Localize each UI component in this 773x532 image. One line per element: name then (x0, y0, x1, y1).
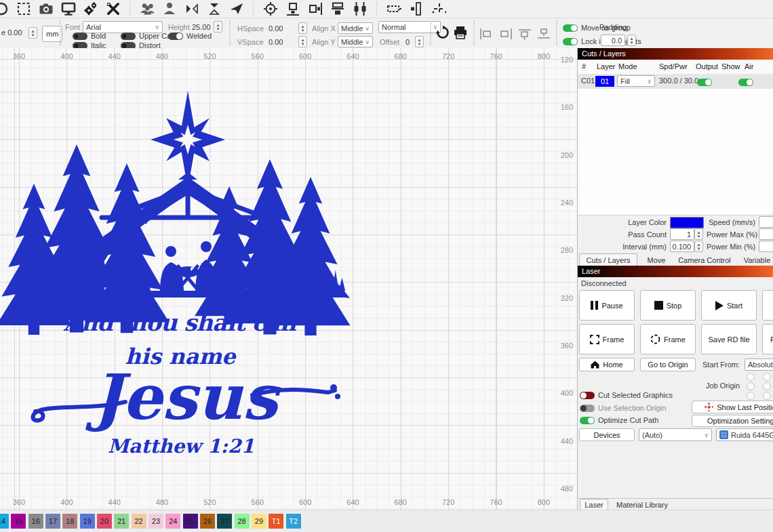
vspace-spinner[interactable]: ▴▾ (298, 36, 307, 47)
palette-swatch-23[interactable]: 23 (148, 514, 163, 529)
tab-camera-control[interactable]: Camera Control (674, 255, 735, 266)
layer-show-toggle[interactable] (738, 79, 753, 86)
pause-button[interactable]: Pause (579, 290, 635, 321)
interval-input[interactable]: 0.100 (670, 241, 694, 252)
snap-crosshair-icon[interactable] (431, 1, 446, 16)
go-to-origin-button[interactable]: Go to Origin (640, 358, 696, 371)
cuts-layers-titlebar[interactable]: Cuts / Layers (578, 48, 773, 60)
flip-horizontal-icon[interactable] (184, 1, 199, 16)
palette-swatch-20[interactable]: 20 (97, 514, 112, 529)
palette-swatch-24[interactable]: 24 (165, 514, 180, 529)
palette-swatch-16[interactable]: 16 (28, 514, 43, 529)
layer-mode-select[interactable]: Fill∨ (617, 75, 655, 87)
device-select[interactable]: Ruida 6445G (716, 428, 773, 441)
palette-swatch-15[interactable]: 15 (11, 514, 26, 529)
speed-input[interactable] (759, 216, 773, 228)
pass-count-spinner[interactable]: ▴▾ (694, 228, 703, 240)
laser-titlebar[interactable]: Laser (578, 266, 773, 277)
tab-cuts-layers[interactable]: Cuts / Layers (579, 253, 637, 266)
palette-swatch-T2[interactable]: T2 (286, 514, 301, 529)
layer-row[interactable]: C01 01 Fill∨ 300.0 / 30.0 (578, 74, 773, 89)
tools-icon[interactable] (106, 1, 121, 16)
size-spinner[interactable]: ▴▾ (28, 27, 37, 39)
nativity-design[interactable]: And thou shalt call his name Jesus Matth… (0, 48, 577, 510)
palette-swatch-17[interactable]: 17 (45, 514, 60, 529)
align-y-select[interactable]: Middle∨ (338, 36, 373, 47)
power-max-input[interactable] (759, 228, 773, 240)
welded-toggle[interactable]: Welded (168, 32, 212, 40)
arrange-stack-icon[interactable] (330, 1, 345, 16)
verse-line-1[interactable]: And thou shalt call (63, 309, 299, 336)
verse-line-4[interactable]: Matthew 1:21 (108, 435, 254, 457)
height-spinner[interactable]: ▴▾ (214, 21, 222, 33)
stop-button[interactable]: Stop (640, 290, 696, 321)
arrange-distribute-icon[interactable] (353, 1, 368, 16)
padding-input[interactable]: 0.0 (601, 35, 625, 46)
palette-swatch-29[interactable]: 29 (252, 514, 266, 529)
ungroup-icon[interactable] (162, 1, 177, 16)
power-min-input[interactable] (759, 241, 773, 252)
padding-spinner[interactable]: ▴▾ (627, 35, 636, 46)
optimization-settings-button[interactable]: Optimization Settings (692, 415, 773, 427)
camera-icon[interactable] (39, 1, 54, 16)
job-origin-radio[interactable] (747, 382, 755, 390)
job-origin-radio[interactable] (747, 373, 755, 381)
tab-laser[interactable]: Laser (580, 499, 608, 510)
use-selection-origin-toggle[interactable]: Use Selection Origin (580, 404, 666, 412)
settings-gears-icon[interactable] (83, 1, 98, 16)
bold-toggle[interactable]: Bold (73, 32, 106, 40)
palette-swatch-21[interactable]: 21 (114, 514, 129, 529)
send-button[interactable] (762, 290, 773, 321)
palette-swatch-14[interactable]: 14 (0, 514, 9, 529)
arrange-box-bottom-icon[interactable] (285, 1, 300, 16)
run-gcode-button[interactable]: Run GCode (762, 324, 773, 354)
send-arrange-icon[interactable] (229, 1, 244, 16)
flip-vertical-icon[interactable] (207, 1, 222, 16)
start-button[interactable]: Start (701, 290, 757, 321)
device-port-select[interactable]: (Auto)∨ (639, 428, 712, 441)
monitor-icon[interactable] (61, 1, 76, 16)
palette-swatch-22[interactable]: 22 (132, 514, 146, 529)
palette-swatch-18[interactable]: 18 (62, 514, 77, 529)
frame-rect-button[interactable]: Frame (579, 324, 635, 354)
palette-swatch-T1[interactable]: T1 (269, 514, 283, 529)
print-icon[interactable] (453, 25, 468, 40)
layer-list-empty[interactable] (578, 89, 773, 216)
show-last-position-button[interactable]: Show Last Position (692, 401, 773, 413)
style-select[interactable]: Normal∨ (378, 21, 441, 33)
save-rd-file-button[interactable]: Save RD file (701, 324, 757, 354)
job-origin-radio[interactable] (763, 373, 771, 381)
start-from-select[interactable]: Absolute (745, 359, 773, 371)
group-icon[interactable] (140, 1, 155, 16)
tab-material-library[interactable]: Material Library (611, 499, 673, 510)
pass-count-input[interactable]: 1 (670, 228, 694, 240)
selection-marquee-icon[interactable] (16, 1, 31, 16)
tab-move[interactable]: Move (641, 255, 671, 266)
position-target-icon[interactable] (263, 1, 278, 16)
cut-selected-graphics-toggle[interactable]: Cut Selected Graphics (580, 391, 673, 399)
tab-variable-text[interactable]: Variable Text (738, 255, 773, 266)
palette-swatch-27[interactable]: 27 (217, 514, 232, 529)
job-origin-radio[interactable] (763, 392, 771, 400)
ellipse-tool-icon[interactable] (0, 1, 9, 16)
offset-spinner[interactable]: ▴▾ (415, 36, 424, 47)
align-x-select[interactable]: Middle∨ (338, 22, 373, 34)
dock-strip-icon[interactable] (386, 1, 401, 16)
refresh-icon[interactable] (435, 25, 450, 40)
layer-color-swatch[interactable] (670, 217, 704, 228)
palette-swatch-25[interactable]: 25 (183, 514, 198, 529)
workspace-canvas[interactable]: 360400440480520560600640680720760800 360… (0, 48, 577, 510)
palette-swatch-19[interactable]: 19 (80, 514, 95, 529)
frame-round-button[interactable]: Frame (640, 324, 696, 354)
verse-line-3[interactable]: Jesus (85, 361, 282, 434)
arrange-box-right-icon[interactable] (308, 1, 323, 16)
palette-swatch-26[interactable]: 26 (200, 514, 215, 529)
devices-button[interactable]: Devices (579, 428, 635, 441)
job-origin-radio[interactable] (747, 392, 755, 400)
optimize-cut-path-toggle[interactable]: Optimize Cut Path (580, 416, 658, 424)
hspace-spinner[interactable]: ▴▾ (298, 22, 307, 34)
layer-output-toggle[interactable] (697, 79, 712, 86)
palette-swatch-28[interactable]: 28 (235, 514, 250, 529)
layer-color-chip[interactable]: 01 (595, 76, 614, 87)
distribute-vertical-icon[interactable] (409, 1, 424, 16)
